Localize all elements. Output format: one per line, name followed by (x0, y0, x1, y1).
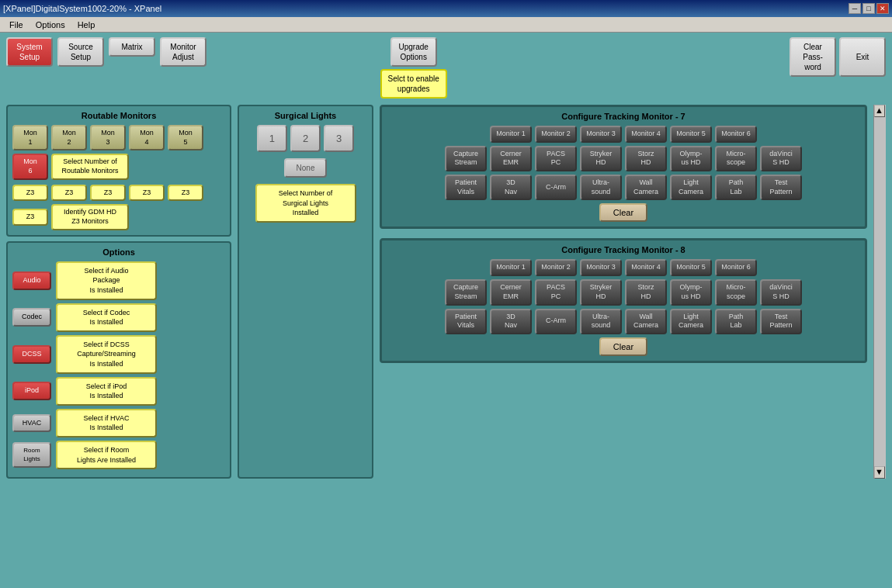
room-lights-button[interactable]: RoomLights (12, 442, 51, 468)
select-number-routable-button[interactable]: Select Number ofRoutable Monitors (51, 154, 129, 179)
dcss-desc-button[interactable]: Select if DCSSCapture/StreamingIs Instal… (56, 335, 157, 374)
z3-3-button[interactable]: Z3 (90, 185, 126, 202)
t7-pathlab-button[interactable]: PathLab (715, 175, 757, 200)
t8-microscope-button[interactable]: Micro-scope (715, 279, 757, 305)
t7-olympus-button[interactable]: Olymp-us HD (670, 146, 712, 171)
close-button[interactable]: ✕ (876, 3, 889, 14)
mon5-button[interactable]: Mon5 (168, 125, 203, 150)
audio-desc-button[interactable]: Select if AudioPackageIs Installed (56, 261, 157, 300)
system-setup-button[interactable]: SystemSetup (6, 37, 53, 67)
t8-pacs-button[interactable]: PACSPC (535, 279, 577, 305)
t7-capture-button[interactable]: CaptureStream (445, 146, 487, 171)
z3-6-button[interactable]: Z3 (12, 209, 48, 226)
scrollbar-up-button[interactable]: ▲ (874, 105, 885, 117)
t8-ultrasound-button[interactable]: Ultra-sound (580, 309, 622, 334)
t8-lightcamera-button[interactable]: LightCamera (670, 309, 712, 334)
main-content: SystemSetup SourceSetup Matrix MonitorAd… (0, 33, 892, 588)
clear-password-button[interactable]: ClearPass-word (790, 37, 836, 77)
t8-carm-button[interactable]: C-Arm (535, 309, 577, 334)
t7-mon1-button[interactable]: Monitor 1 (490, 126, 532, 143)
t8-davinci-button[interactable]: daVinciS HD (760, 279, 802, 305)
exit-button[interactable]: Exit (839, 37, 886, 77)
t7-mon3-button[interactable]: Monitor 3 (580, 126, 622, 143)
hvac-button[interactable]: HVAC (12, 414, 51, 433)
t8-mon1-button[interactable]: Monitor 1 (490, 259, 532, 276)
minimize-button[interactable]: ─ (849, 3, 861, 14)
ipod-desc-button[interactable]: Select if iPodIs Installed (56, 377, 157, 406)
t8-pathlab-button[interactable]: PathLab (715, 309, 757, 334)
t7-patient-button[interactable]: PatientVitals (445, 175, 487, 200)
t7-mon5-button[interactable]: Monitor 5 (670, 126, 712, 143)
tracking-7-clear-button[interactable]: Clear (599, 203, 647, 222)
dcss-button[interactable]: DCSS (12, 345, 51, 364)
t7-pacs-button[interactable]: PACSPC (535, 146, 577, 171)
t7-wallcamera-button[interactable]: WallCamera (625, 175, 667, 200)
t7-stryker-button[interactable]: StrykerHD (580, 146, 622, 171)
surgical-select-row: Select Number ofSurgical LightsInstalled (244, 184, 367, 223)
upgrade-options-button[interactable]: UpgradeOptions (390, 37, 437, 67)
tracking-8-clear-button[interactable]: Clear (599, 337, 647, 356)
t8-wallcamera-button[interactable]: WallCamera (625, 309, 667, 334)
t8-testpattern-button[interactable]: TestPattern (760, 309, 802, 334)
t7-carm-button[interactable]: C-Arm (535, 175, 577, 200)
ipod-button[interactable]: iPod (12, 382, 51, 400)
t8-olympus-button[interactable]: Olymp-us HD (670, 279, 712, 305)
t8-capture-button[interactable]: CaptureStream (445, 279, 487, 305)
scrollbar[interactable]: ▲ ▼ (873, 105, 886, 479)
z3-4-button[interactable]: Z3 (129, 185, 165, 202)
z3-2-button[interactable]: Z3 (51, 185, 87, 202)
scrollbar-down-button[interactable]: ▼ (874, 466, 885, 479)
title-bar: [XPanel]DigitalSystem1002-20% - XPanel ─… (0, 0, 892, 17)
t7-davinci-button[interactable]: daVinciS HD (760, 146, 802, 171)
t7-ultrasound-button[interactable]: Ultra-sound (580, 175, 622, 200)
menu-help[interactable]: Help (71, 19, 102, 31)
mon6-button[interactable]: Mon6 (12, 154, 48, 179)
t7-storz-button[interactable]: StorzHD (625, 146, 667, 171)
menu-file[interactable]: File (3, 19, 30, 31)
select-surgical-button[interactable]: Select Number ofSurgical LightsInstalled (255, 184, 356, 223)
upgrade-center: UpgradeOptions Selct to enableupgrades (380, 37, 447, 99)
surgical-3-button[interactable]: 3 (324, 125, 354, 152)
monitor-adjust-button[interactable]: MonitorAdjust (160, 37, 207, 67)
codec-button[interactable]: Codec (12, 308, 51, 327)
hvac-desc-button[interactable]: Select if HVACIs Installed (56, 409, 157, 438)
surgical-1-button[interactable]: 1 (257, 125, 287, 152)
matrix-button[interactable]: Matrix (109, 37, 155, 57)
maximize-button[interactable]: □ (862, 3, 875, 14)
mon1-button[interactable]: Mon1 (12, 125, 48, 150)
identify-z3-button[interactable]: Identify GDM HDZ3 Monitors (51, 204, 129, 230)
surgical-2-button[interactable]: 2 (290, 125, 321, 152)
surgical-none-button[interactable]: None (284, 158, 328, 178)
t7-lightcamera-button[interactable]: LightCamera (670, 175, 712, 200)
window-controls: ─ □ ✕ (849, 3, 889, 14)
t7-mon4-button[interactable]: Monitor 4 (625, 126, 667, 143)
t8-storz-button[interactable]: StorzHD (625, 279, 667, 305)
t8-patient-button[interactable]: PatientVitals (445, 309, 487, 334)
t7-mon6-button[interactable]: Monitor 6 (715, 126, 757, 143)
t8-mon5-button[interactable]: Monitor 5 (670, 259, 712, 276)
z3-5-button[interactable]: Z3 (168, 185, 203, 202)
z3-1-button[interactable]: Z3 (12, 185, 48, 202)
audio-button[interactable]: Audio (12, 272, 51, 290)
mon4-button[interactable]: Mon4 (129, 125, 165, 150)
t8-3dnav-button[interactable]: 3DNav (490, 309, 532, 334)
t8-mon2-button[interactable]: Monitor 2 (535, 259, 577, 276)
source-setup-button[interactable]: SourceSetup (57, 37, 104, 67)
t7-mon2-button[interactable]: Monitor 2 (535, 126, 577, 143)
t8-stryker-button[interactable]: StrykerHD (580, 279, 622, 305)
t8-mon6-button[interactable]: Monitor 6 (715, 259, 757, 276)
t8-cerner-button[interactable]: CernerEMR (490, 279, 532, 305)
tracking-7-title: Configure Tracking Monitor - 7 (387, 112, 860, 121)
menu-options[interactable]: Options (30, 19, 71, 31)
t7-3dnav-button[interactable]: 3DNav (490, 175, 532, 200)
mon3-button[interactable]: Mon3 (90, 125, 126, 150)
room-lights-desc-button[interactable]: Select if RoomLights Are Installed (56, 441, 157, 469)
t7-cerner-button[interactable]: CernerEMR (490, 146, 532, 171)
t7-testpattern-button[interactable]: TestPattern (760, 175, 802, 200)
selct-enable-label: Selct to enableupgrades (380, 69, 447, 99)
t8-mon3-button[interactable]: Monitor 3 (580, 259, 622, 276)
t7-microscope-button[interactable]: Micro-scope (715, 146, 757, 171)
mon2-button[interactable]: Mon2 (51, 125, 87, 150)
t8-mon4-button[interactable]: Monitor 4 (625, 259, 667, 276)
codec-desc-button[interactable]: Select if CodecIs Installed (56, 303, 157, 332)
